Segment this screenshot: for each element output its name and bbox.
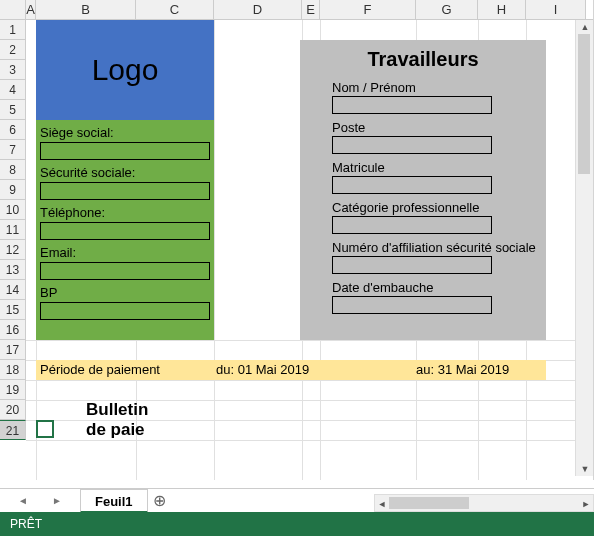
- col-header-H[interactable]: H: [478, 0, 526, 19]
- column-headers: A B C D E F G H I: [0, 0, 593, 20]
- row-header-21[interactable]: 21: [0, 420, 26, 440]
- col-header-I[interactable]: I: [526, 0, 586, 19]
- scroll-down-icon[interactable]: ▼: [576, 462, 594, 476]
- row-header-8[interactable]: 8: [0, 160, 26, 180]
- row-header-17[interactable]: 17: [0, 340, 26, 360]
- tab-nav-arrows[interactable]: ◄ ►: [0, 495, 80, 506]
- col-header-E[interactable]: E: [302, 0, 320, 19]
- col-header-B[interactable]: B: [36, 0, 136, 19]
- label-nom[interactable]: Nom / Prénom: [332, 80, 416, 95]
- input-categorie[interactable]: [332, 216, 492, 234]
- col-header-F[interactable]: F: [320, 0, 416, 19]
- tab-nav-next-icon[interactable]: ►: [52, 495, 62, 506]
- tab-nav-prev-icon[interactable]: ◄: [18, 495, 28, 506]
- horizontal-scrollbar[interactable]: ◄ ►: [374, 494, 594, 512]
- row-header-4[interactable]: 4: [0, 80, 26, 100]
- bulletin-title[interactable]: Bulletin de paie: [86, 400, 148, 440]
- input-bp[interactable]: [40, 302, 210, 320]
- add-sheet-button[interactable]: ⊕: [148, 489, 172, 513]
- sheet-tab-feuil1[interactable]: Feuil1: [80, 489, 148, 513]
- status-text: PRÊT: [10, 517, 42, 531]
- label-poste[interactable]: Poste: [332, 120, 365, 135]
- period-from: du: 01 Mai 2019: [216, 360, 309, 380]
- row-header-7[interactable]: 7: [0, 140, 26, 160]
- row-header-19[interactable]: 19: [0, 380, 26, 400]
- scroll-left-icon[interactable]: ◄: [375, 495, 389, 513]
- label-numero[interactable]: Numéro d'affiliation sécurité sociale: [332, 240, 536, 255]
- label-tel[interactable]: Téléphone:: [40, 202, 210, 222]
- label-siege[interactable]: Siège social:: [40, 122, 210, 142]
- period-label: Période de paiement: [40, 360, 160, 380]
- label-categorie[interactable]: Catégorie professionnelle: [332, 200, 479, 215]
- row-header-2[interactable]: 2: [0, 40, 26, 60]
- row-header-11[interactable]: 11: [0, 220, 26, 240]
- label-embauche[interactable]: Date d'embauche: [332, 280, 434, 295]
- workers-block: Travailleurs Nom / Prénom Poste Matricul…: [300, 40, 546, 340]
- status-bar: PRÊT: [0, 512, 594, 536]
- vertical-scrollbar[interactable]: ▲ ▼: [575, 20, 593, 476]
- scroll-right-icon[interactable]: ►: [579, 495, 593, 513]
- input-nom[interactable]: [332, 96, 492, 114]
- label-bp[interactable]: BP: [40, 282, 210, 302]
- col-header-G[interactable]: G: [416, 0, 478, 19]
- row-header-5[interactable]: 5: [0, 100, 26, 120]
- input-tel[interactable]: [40, 222, 210, 240]
- label-secu[interactable]: Sécurité sociale:: [40, 162, 210, 182]
- spreadsheet-area: A B C D E F G H I 1 2 3 4 5 6 7 8 9 10 1…: [0, 0, 594, 480]
- row-header-1[interactable]: 1: [0, 20, 26, 40]
- workers-title: Travailleurs: [300, 48, 546, 71]
- row-header-15[interactable]: 15: [0, 300, 26, 320]
- row-headers: 1 2 3 4 5 6 7 8 9 10 11 12 13 14 15 16 1…: [0, 20, 26, 440]
- row-header-12[interactable]: 12: [0, 240, 26, 260]
- row-header-9[interactable]: 9: [0, 180, 26, 200]
- label-email[interactable]: Email:: [40, 242, 210, 262]
- input-embauche[interactable]: [332, 296, 492, 314]
- row-header-18[interactable]: 18: [0, 360, 26, 380]
- col-header-C[interactable]: C: [136, 0, 214, 19]
- row-header-20[interactable]: 20: [0, 400, 26, 420]
- col-header-A[interactable]: A: [26, 0, 36, 19]
- label-matricule[interactable]: Matricule: [332, 160, 385, 175]
- select-all-corner[interactable]: [0, 0, 26, 19]
- input-poste[interactable]: [332, 136, 492, 154]
- col-header-D[interactable]: D: [214, 0, 302, 19]
- row-header-13[interactable]: 13: [0, 260, 26, 280]
- row-header-10[interactable]: 10: [0, 200, 26, 220]
- input-siege[interactable]: [40, 142, 210, 160]
- logo-cell[interactable]: Logo: [36, 20, 214, 120]
- vertical-scroll-thumb[interactable]: [578, 34, 590, 174]
- input-matricule[interactable]: [332, 176, 492, 194]
- row-header-16[interactable]: 16: [0, 320, 26, 340]
- input-email[interactable]: [40, 262, 210, 280]
- row-header-14[interactable]: 14: [0, 280, 26, 300]
- input-secu[interactable]: [40, 182, 210, 200]
- scroll-up-icon[interactable]: ▲: [576, 20, 594, 34]
- row-header-6[interactable]: 6: [0, 120, 26, 140]
- period-row[interactable]: Période de paiement du: 01 Mai 2019 au: …: [36, 360, 546, 380]
- period-to: au: 31 Mai 2019: [416, 360, 509, 380]
- sheet-tab-bar: ◄ ► Feuil1 ⊕ ◄ ►: [0, 488, 594, 512]
- row-header-3[interactable]: 3: [0, 60, 26, 80]
- input-numero[interactable]: [332, 256, 492, 274]
- horizontal-scroll-thumb[interactable]: [389, 497, 469, 509]
